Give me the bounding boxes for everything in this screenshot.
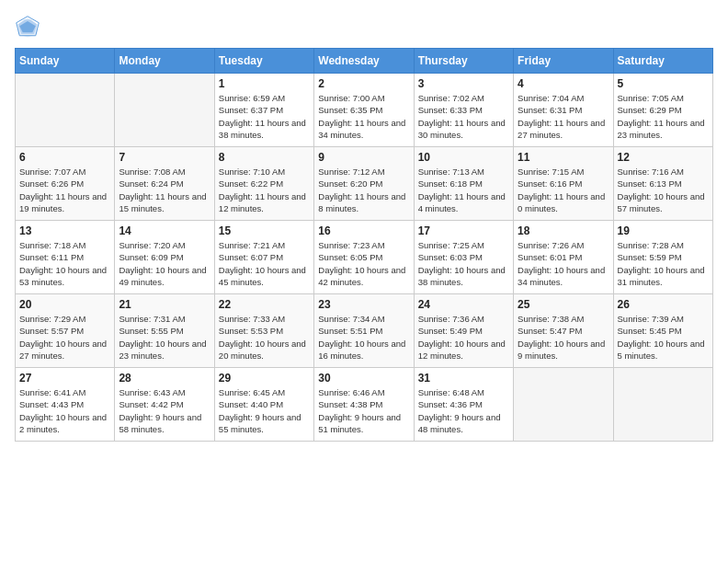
calendar-cell: 16Sunrise: 7:23 AMSunset: 6:05 PMDayligh… — [314, 221, 414, 294]
day-number: 4 — [518, 77, 609, 90]
day-number: 12 — [618, 151, 709, 164]
day-number: 21 — [119, 298, 210, 311]
day-number: 25 — [518, 298, 609, 311]
calendar-cell: 29Sunrise: 6:45 AMSunset: 4:40 PMDayligh… — [214, 368, 313, 442]
day-info: Sunrise: 7:21 AMSunset: 6:07 PMDaylight:… — [219, 239, 310, 288]
logo — [15, 15, 44, 40]
day-info: Sunrise: 6:41 AMSunset: 4:43 PMDaylight:… — [19, 386, 110, 435]
calendar-cell: 27Sunrise: 6:41 AMSunset: 4:43 PMDayligh… — [16, 368, 115, 442]
day-info: Sunrise: 7:02 AMSunset: 6:33 PMDaylight:… — [418, 92, 509, 141]
calendar-table: SundayMondayTuesdayWednesdayThursdayFrid… — [15, 48, 713, 442]
day-number: 19 — [618, 224, 709, 237]
day-info: Sunrise: 7:00 AMSunset: 6:35 PMDaylight:… — [318, 92, 409, 141]
calendar-cell: 15Sunrise: 7:21 AMSunset: 6:07 PMDayligh… — [214, 221, 313, 294]
calendar-week-5: 27Sunrise: 6:41 AMSunset: 4:43 PMDayligh… — [16, 368, 713, 442]
calendar-header: SundayMondayTuesdayWednesdayThursdayFrid… — [16, 49, 713, 74]
calendar-cell: 20Sunrise: 7:29 AMSunset: 5:57 PMDayligh… — [16, 294, 115, 368]
calendar-cell: 5Sunrise: 7:05 AMSunset: 6:29 PMDaylight… — [613, 74, 712, 147]
day-number: 5 — [618, 77, 709, 90]
weekday-header-wednesday: Wednesday — [314, 49, 414, 74]
weekday-header-friday: Friday — [514, 49, 613, 74]
calendar-cell: 12Sunrise: 7:16 AMSunset: 6:13 PMDayligh… — [613, 147, 712, 221]
day-info: Sunrise: 7:15 AMSunset: 6:16 PMDaylight:… — [518, 166, 609, 214]
calendar-cell: 31Sunrise: 6:48 AMSunset: 4:36 PMDayligh… — [414, 368, 513, 442]
day-number: 2 — [318, 77, 409, 90]
day-info: Sunrise: 7:31 AMSunset: 5:55 PMDaylight:… — [119, 313, 210, 362]
weekday-header-tuesday: Tuesday — [214, 49, 313, 74]
day-number: 17 — [418, 224, 509, 237]
day-info: Sunrise: 6:46 AMSunset: 4:38 PMDaylight:… — [318, 386, 409, 435]
calendar-cell: 1Sunrise: 6:59 AMSunset: 6:37 PMDaylight… — [214, 74, 313, 147]
day-info: Sunrise: 6:43 AMSunset: 4:42 PMDaylight:… — [119, 386, 210, 435]
calendar-cell: 11Sunrise: 7:15 AMSunset: 6:16 PMDayligh… — [514, 147, 613, 221]
day-info: Sunrise: 7:12 AMSunset: 6:20 PMDaylight:… — [318, 166, 409, 214]
calendar-cell: 8Sunrise: 7:10 AMSunset: 6:22 PMDaylight… — [214, 147, 313, 221]
day-number: 14 — [119, 224, 210, 237]
calendar-cell: 24Sunrise: 7:36 AMSunset: 5:49 PMDayligh… — [414, 294, 513, 368]
weekday-header-sunday: Sunday — [16, 49, 115, 74]
calendar-cell: 2Sunrise: 7:00 AMSunset: 6:35 PMDaylight… — [314, 74, 414, 147]
calendar-cell: 28Sunrise: 6:43 AMSunset: 4:42 PMDayligh… — [115, 368, 214, 442]
calendar-week-4: 20Sunrise: 7:29 AMSunset: 5:57 PMDayligh… — [16, 294, 713, 368]
calendar-cell: 26Sunrise: 7:39 AMSunset: 5:45 PMDayligh… — [613, 294, 712, 368]
calendar-cell — [514, 368, 613, 442]
day-info: Sunrise: 7:05 AMSunset: 6:29 PMDaylight:… — [618, 92, 709, 141]
day-number: 22 — [219, 298, 310, 311]
day-info: Sunrise: 7:33 AMSunset: 5:53 PMDaylight:… — [219, 313, 310, 362]
weekday-header-monday: Monday — [115, 49, 214, 74]
day-number: 16 — [318, 224, 409, 237]
calendar-cell: 21Sunrise: 7:31 AMSunset: 5:55 PMDayligh… — [115, 294, 214, 368]
calendar-cell: 25Sunrise: 7:38 AMSunset: 5:47 PMDayligh… — [514, 294, 613, 368]
calendar-week-2: 6Sunrise: 7:07 AMSunset: 6:26 PMDaylight… — [16, 147, 713, 221]
calendar-cell: 10Sunrise: 7:13 AMSunset: 6:18 PMDayligh… — [414, 147, 513, 221]
day-number: 30 — [318, 372, 409, 385]
calendar-cell: 17Sunrise: 7:25 AMSunset: 6:03 PMDayligh… — [414, 221, 513, 294]
calendar-cell — [16, 74, 115, 147]
calendar-cell — [115, 74, 214, 147]
page-header — [15, 15, 713, 40]
calendar-cell: 7Sunrise: 7:08 AMSunset: 6:24 PMDaylight… — [115, 147, 214, 221]
day-number: 23 — [318, 298, 409, 311]
day-number: 1 — [219, 77, 310, 90]
day-info: Sunrise: 7:29 AMSunset: 5:57 PMDaylight:… — [19, 313, 110, 362]
calendar-cell — [613, 368, 712, 442]
day-info: Sunrise: 6:45 AMSunset: 4:40 PMDaylight:… — [219, 386, 310, 435]
weekday-header-row: SundayMondayTuesdayWednesdayThursdayFrid… — [16, 49, 713, 74]
calendar-cell: 19Sunrise: 7:28 AMSunset: 5:59 PMDayligh… — [613, 221, 712, 294]
day-info: Sunrise: 7:39 AMSunset: 5:45 PMDaylight:… — [618, 313, 709, 362]
weekday-header-thursday: Thursday — [414, 49, 513, 74]
day-number: 3 — [418, 77, 509, 90]
calendar-cell: 6Sunrise: 7:07 AMSunset: 6:26 PMDaylight… — [16, 147, 115, 221]
day-number: 20 — [19, 298, 110, 311]
calendar-cell: 23Sunrise: 7:34 AMSunset: 5:51 PMDayligh… — [314, 294, 414, 368]
day-info: Sunrise: 7:16 AMSunset: 6:13 PMDaylight:… — [618, 166, 709, 214]
day-info: Sunrise: 6:48 AMSunset: 4:36 PMDaylight:… — [418, 386, 509, 435]
day-info: Sunrise: 7:08 AMSunset: 6:24 PMDaylight:… — [119, 166, 210, 214]
day-number: 31 — [418, 372, 509, 385]
day-number: 11 — [518, 151, 609, 164]
day-info: Sunrise: 7:04 AMSunset: 6:31 PMDaylight:… — [518, 92, 609, 141]
day-info: Sunrise: 6:59 AMSunset: 6:37 PMDaylight:… — [219, 92, 310, 141]
day-info: Sunrise: 7:38 AMSunset: 5:47 PMDaylight:… — [518, 313, 609, 362]
day-info: Sunrise: 7:10 AMSunset: 6:22 PMDaylight:… — [219, 166, 310, 214]
day-number: 29 — [219, 372, 310, 385]
day-info: Sunrise: 7:26 AMSunset: 6:01 PMDaylight:… — [518, 239, 609, 288]
day-number: 28 — [119, 372, 210, 385]
calendar-cell: 13Sunrise: 7:18 AMSunset: 6:11 PMDayligh… — [16, 221, 115, 294]
calendar-week-3: 13Sunrise: 7:18 AMSunset: 6:11 PMDayligh… — [16, 221, 713, 294]
calendar-body: 1Sunrise: 6:59 AMSunset: 6:37 PMDaylight… — [16, 74, 713, 442]
generalblue-logo-icon — [15, 15, 40, 40]
day-number: 27 — [19, 372, 110, 385]
calendar-cell: 22Sunrise: 7:33 AMSunset: 5:53 PMDayligh… — [214, 294, 313, 368]
day-info: Sunrise: 7:36 AMSunset: 5:49 PMDaylight:… — [418, 313, 509, 362]
calendar-cell: 30Sunrise: 6:46 AMSunset: 4:38 PMDayligh… — [314, 368, 414, 442]
day-info: Sunrise: 7:28 AMSunset: 5:59 PMDaylight:… — [618, 239, 709, 288]
calendar-cell: 14Sunrise: 7:20 AMSunset: 6:09 PMDayligh… — [115, 221, 214, 294]
day-info: Sunrise: 7:18 AMSunset: 6:11 PMDaylight:… — [19, 239, 110, 288]
day-info: Sunrise: 7:07 AMSunset: 6:26 PMDaylight:… — [19, 166, 110, 214]
day-number: 13 — [19, 224, 110, 237]
day-info: Sunrise: 7:13 AMSunset: 6:18 PMDaylight:… — [418, 166, 509, 214]
day-number: 10 — [418, 151, 509, 164]
day-info: Sunrise: 7:34 AMSunset: 5:51 PMDaylight:… — [318, 313, 409, 362]
day-number: 7 — [119, 151, 210, 164]
